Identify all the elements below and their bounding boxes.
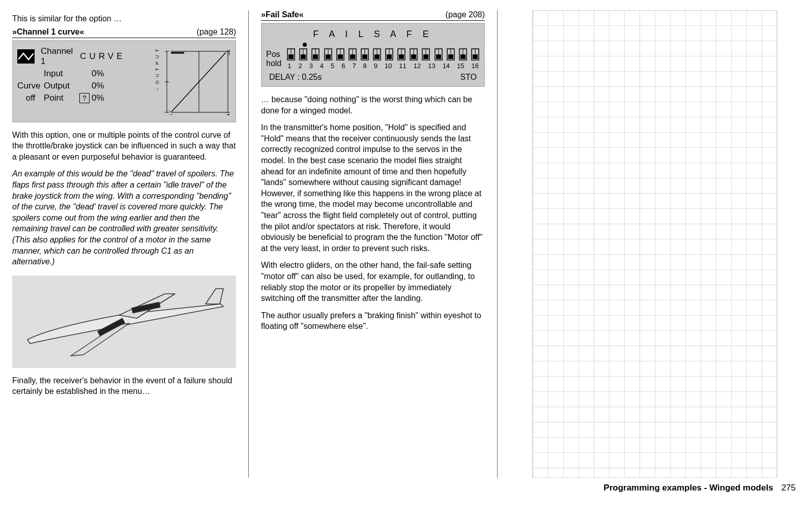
hold-label: hold <box>266 59 281 68</box>
page-footer: Programming examples - Winged models 275 <box>12 483 800 493</box>
failsafe-switch <box>385 48 394 61</box>
output-value: 0% <box>92 81 112 91</box>
input-label: Input <box>44 69 79 79</box>
column-divider-2 <box>497 10 498 478</box>
section-header-failsafe: »Fail Safe« (page 208) <box>261 10 485 21</box>
failsafe-switch <box>324 48 333 61</box>
column-divider-1 <box>248 10 249 478</box>
failsafe-number: 15 <box>457 62 464 70</box>
svg-rect-59 <box>460 54 466 59</box>
para1: With this option, one or multiple points… <box>12 130 236 163</box>
page-columns: This is similar for the option … »Channe… <box>12 10 800 478</box>
failsafe-number: 14 <box>443 62 450 70</box>
graph-paper <box>510 10 800 478</box>
fs-para3: With electro gliders, on the other hand,… <box>261 260 485 303</box>
scale-max: 100 <box>227 49 230 55</box>
failsafe-switch <box>471 48 480 61</box>
svg-rect-32 <box>350 54 355 59</box>
channel-name: Channel 1 <box>41 46 73 67</box>
svg-rect-56 <box>448 54 453 59</box>
failsafe-number: 6 <box>341 62 345 70</box>
output-axis-label: → O U T P U T <box>155 48 160 91</box>
point-label: Point <box>44 93 79 103</box>
column-3 <box>510 10 800 478</box>
failsafe-number: 3 <box>309 62 313 70</box>
svg-text:−: − <box>170 112 173 117</box>
failsafe-switch <box>409 48 418 61</box>
column-2: »Fail Safe« (page 208) F A I L S A F E P… <box>261 10 485 478</box>
failsafe-number: 9 <box>374 62 378 70</box>
svg-rect-17 <box>288 54 294 59</box>
curve-icon <box>17 49 35 64</box>
failsafe-switch <box>348 48 357 61</box>
delay-value: DELAY : 0.25s <box>269 73 322 82</box>
failsafe-number: 10 <box>385 62 392 70</box>
fs-para2: In the transmitter's home position, "Hol… <box>261 122 485 254</box>
svg-rect-26 <box>326 54 331 59</box>
fs-para4: The author usually prefers a "braking fi… <box>261 310 485 332</box>
curve-graph: → O U T P U T <box>155 46 231 117</box>
failsafe-switch <box>336 48 345 61</box>
failsafe-switch <box>311 48 320 61</box>
failsafe-number: 1 <box>287 62 291 70</box>
failsafe-switch <box>299 48 308 61</box>
sto-label: STO <box>460 73 477 82</box>
failsafe-number: 12 <box>414 62 421 70</box>
switch-row: 12345678910111213141516 <box>286 48 480 70</box>
failsafe-switch <box>397 48 406 61</box>
failsafe-number: 5 <box>331 62 334 70</box>
svg-rect-35 <box>362 54 367 59</box>
failsafe-number: 11 <box>399 62 406 70</box>
failsafe-switch <box>421 48 430 61</box>
failsafe-switch <box>360 48 369 61</box>
footer-page-number: 275 <box>781 483 796 493</box>
pos-hold-label: Pos hold <box>266 50 281 68</box>
failsafe-number: 13 <box>428 62 435 70</box>
svg-rect-50 <box>423 54 428 59</box>
failsafe-number: 7 <box>352 62 356 70</box>
failsafe-switch <box>372 48 382 61</box>
svg-rect-41 <box>387 54 392 59</box>
failsafe-panel: F A I L S A F E Pos hold 123456789101112… <box>261 23 485 87</box>
para2-italic: An example of this would be the "dead" t… <box>12 168 236 267</box>
off-label: off <box>17 93 44 103</box>
input-value: 0% <box>92 69 112 79</box>
section-title: »Channel 1 curve« <box>12 27 84 37</box>
svg-rect-44 <box>399 54 404 59</box>
curve-word: CURVE <box>80 51 125 62</box>
failsafe-switch <box>458 48 468 61</box>
section-pageref: (page 128) <box>197 27 236 37</box>
svg-rect-29 <box>338 54 343 59</box>
failsafe-title: F A I L S A F E <box>313 29 432 40</box>
question-box: ? <box>79 93 90 103</box>
output-label: Output <box>44 81 79 91</box>
para3: Finally, the receiver's behavior in the … <box>12 375 236 397</box>
failsafe-number: 4 <box>320 62 324 70</box>
svg-rect-64 <box>533 10 777 478</box>
failsafe-switch <box>446 48 455 61</box>
svg-text:+: + <box>227 112 230 117</box>
channel1-table: Channel 1 CURVE Input 0% Curve Output 0%… <box>17 46 152 103</box>
channel1-curve-panel: Channel 1 CURVE Input 0% Curve Output 0%… <box>12 40 236 123</box>
svg-rect-53 <box>436 54 441 59</box>
svg-rect-20 <box>301 54 306 59</box>
failsafe-dot-icon <box>303 43 307 47</box>
svg-rect-62 <box>473 54 478 59</box>
svg-rect-23 <box>313 54 318 59</box>
svg-rect-47 <box>411 54 416 59</box>
failsafe-switch <box>434 48 443 61</box>
svg-rect-38 <box>374 54 380 59</box>
failsafe-number: 8 <box>363 62 367 70</box>
pos-label: Pos <box>266 50 281 59</box>
failsafe-switch <box>286 48 296 61</box>
fs-para1: … because "doing nothing" is the worst t… <box>261 94 485 116</box>
failsafe-number: 16 <box>471 62 478 70</box>
glider-illustration <box>12 276 236 368</box>
failsafe-number: 2 <box>298 62 302 70</box>
column-1: This is similar for the option … »Channe… <box>12 10 236 478</box>
section-header-channel1: »Channel 1 curve« (page 128) <box>12 27 236 38</box>
section-title: »Fail Safe« <box>261 10 304 19</box>
point-value: 0% <box>92 93 112 103</box>
footer-label: Programming examples - Winged models <box>603 483 773 493</box>
section-pageref: (page 208) <box>446 10 485 19</box>
